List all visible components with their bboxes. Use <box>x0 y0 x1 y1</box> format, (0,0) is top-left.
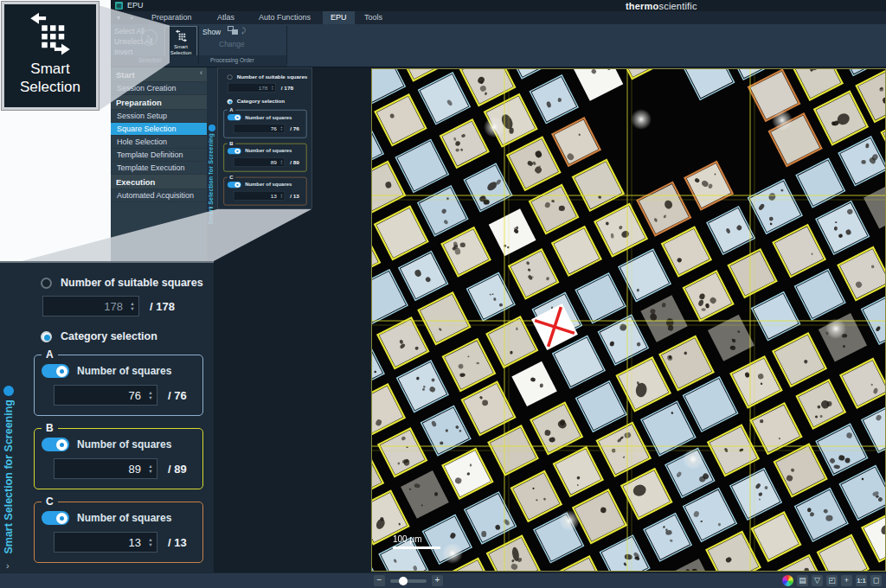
view-tools: ▤ ▽ ◰ + 1:1 ◻ <box>782 575 882 586</box>
smart-selection-side-tab-large[interactable]: Smart Selection for Screening › <box>0 263 22 572</box>
sidebar-item-template-execution[interactable]: Template Execution <box>111 162 207 175</box>
smart-selection-badge: SmartSelection <box>2 2 99 110</box>
tab-auto-functions[interactable]: Auto Functions <box>251 11 318 24</box>
sidebar-item-square-selection[interactable]: Square Selection <box>111 123 207 136</box>
category-selection-label: Category selection <box>61 330 157 342</box>
category-selection-radio[interactable] <box>227 99 232 104</box>
sidebar-header-execution: Execution <box>111 175 207 189</box>
category-a-input[interactable]: 76 ▲▼ <box>234 124 285 133</box>
ribbon-separator <box>198 26 199 64</box>
category-a-label: A <box>42 348 58 361</box>
category-a-group: A Number of squares 76 ▲▼ / 76 <box>34 355 203 416</box>
category-b-total: / 89 <box>290 159 299 165</box>
filter-icon[interactable]: ▽ <box>812 575 823 586</box>
category-b-toggle[interactable] <box>228 148 241 154</box>
app-icon: ▦ <box>115 2 123 10</box>
category-b-toggle[interactable] <box>42 438 69 451</box>
smart-selection-panel-small: Number of suitable squares 178 ▲▼ / 178 … <box>217 67 312 209</box>
selection-frame-icon[interactable]: ◻ <box>870 575 882 586</box>
category-c-total: / 13 <box>290 193 299 199</box>
side-tab-chevron-icon[interactable]: › <box>208 206 214 208</box>
category-c-toggle[interactable] <box>228 182 241 188</box>
sidebar-item-session-setup[interactable]: Session Setup <box>111 110 207 123</box>
spinner[interactable]: ▲▼ <box>144 537 157 547</box>
spinner[interactable]: ▲▼ <box>126 301 138 311</box>
category-b-group: B Number of squares 89 ▲▼ / 89 <box>34 428 203 489</box>
spinner[interactable]: ▲▼ <box>269 86 275 90</box>
spinner[interactable]: ▲▼ <box>279 194 285 198</box>
sidebar-item-hole-selection[interactable]: Hole Selection <box>111 136 207 149</box>
category-a-input[interactable]: 76 ▲▼ <box>54 385 157 406</box>
category-b-label: B <box>42 422 58 434</box>
smart-selection-icon <box>28 11 73 56</box>
category-c-input[interactable]: 13 ▲▼ <box>234 191 285 201</box>
tab-atlas[interactable]: Atlas <box>209 11 242 24</box>
smart-selection-button-label: SmartSelection <box>170 44 192 56</box>
sidebar-collapse-icon[interactable]: ‹ <box>200 68 202 77</box>
suitable-squares-total: / 178 <box>150 300 175 313</box>
badge-label: SmartSelection <box>20 60 80 96</box>
show-label[interactable]: Show <box>202 28 221 36</box>
tab-tools[interactable]: Tools <box>356 11 390 24</box>
zoom-out-button[interactable]: − <box>374 575 385 586</box>
number-of-squares-label: Number of squares <box>245 148 292 153</box>
category-selection-label: Category selection <box>237 99 285 104</box>
move-icon[interactable]: + <box>841 575 852 586</box>
side-tab-chevron-icon[interactable]: › <box>6 560 10 571</box>
display-settings-icon[interactable]: ▤ <box>797 575 808 586</box>
zoom-slider[interactable] <box>390 579 427 583</box>
category-selection-radio[interactable] <box>41 331 52 342</box>
fit-view-icon[interactable]: ◰ <box>826 575 838 586</box>
category-c-label: C <box>42 495 58 508</box>
suitable-squares-total: / 178 <box>281 85 293 91</box>
category-a-toggle[interactable] <box>228 114 241 120</box>
spinner[interactable]: ▲▼ <box>144 463 157 474</box>
category-a-total: / 76 <box>290 125 299 131</box>
color-wheel-icon[interactable] <box>782 575 793 586</box>
spinner[interactable]: ▲▼ <box>279 126 285 131</box>
number-of-squares-label: Number of squares <box>77 512 171 524</box>
tab-epu[interactable]: EPU <box>323 11 355 24</box>
sidebar-item-template-definition[interactable]: Template Definition <box>111 149 207 162</box>
smart-selection-panel-large: Smart Selection for Screening › Number o… <box>0 261 214 572</box>
number-of-squares-label: Number of squares <box>77 365 171 377</box>
spinner[interactable]: ▲▼ <box>279 160 285 164</box>
spinner[interactable]: ▲▼ <box>144 390 157 400</box>
category-c-input[interactable]: 13 ▲▼ <box>54 532 157 553</box>
category-b-input[interactable]: 89 ▲▼ <box>234 157 285 167</box>
grid-atlas-image[interactable] <box>372 69 885 571</box>
smart-selection-icon <box>175 29 188 42</box>
info-dot-icon <box>3 386 14 396</box>
suitable-squares-radio[interactable] <box>41 278 52 289</box>
title-bar: ▦ EPU thermoscientific <box>0 0 886 11</box>
ribbon-separator <box>286 26 287 64</box>
one-to-one-button[interactable]: 1:1 <box>856 575 867 586</box>
number-of-squares-label: Number of squares <box>245 115 292 120</box>
category-a-label: A <box>228 107 235 112</box>
suitable-squares-radio[interactable] <box>227 74 232 80</box>
category-b-input[interactable]: 89 ▲▼ <box>54 458 157 479</box>
sidebar-item-automated-acquisition[interactable]: Automated Acquisition <box>111 189 207 202</box>
category-c-label: C <box>228 175 235 180</box>
change-button[interactable]: Change <box>219 40 245 48</box>
zoom-slider-knob[interactable] <box>399 577 408 585</box>
category-c-group: C Number of squares 13 ▲▼ / 13 <box>223 177 306 206</box>
category-c-group: C Number of squares 13 ▲▼ / 13 <box>34 502 203 563</box>
zoom-in-button[interactable]: + <box>432 575 443 586</box>
smart-selection-side-tab[interactable]: Smart Selection for Screening › <box>207 67 217 214</box>
side-tab-label: Smart Selection for Screening <box>3 399 15 554</box>
suitable-squares-input[interactable]: 178 ▲▼ <box>228 83 275 93</box>
category-a-toggle[interactable] <box>42 364 69 378</box>
category-c-toggle[interactable] <box>42 511 69 525</box>
change-icon <box>228 26 241 37</box>
suitable-squares-input[interactable]: 178 ▲▼ <box>42 296 139 316</box>
category-b-total: / 89 <box>168 463 187 476</box>
processing-order-group-label: Processing Order <box>210 57 254 63</box>
category-b-group: B Number of squares 89 ▲▼ / 89 <box>223 144 306 172</box>
suitable-squares-label: Number of suitable squares <box>237 74 307 80</box>
brand-light: scientific <box>658 1 697 11</box>
category-a-group: A Number of squares 76 ▲▼ / 76 <box>223 110 306 138</box>
grid-atlas-view[interactable] <box>371 68 886 572</box>
brand-bold: thermo <box>626 1 658 11</box>
application-window: ▦ EPU thermoscientific ▾ ▪ Preparation A… <box>0 0 886 588</box>
